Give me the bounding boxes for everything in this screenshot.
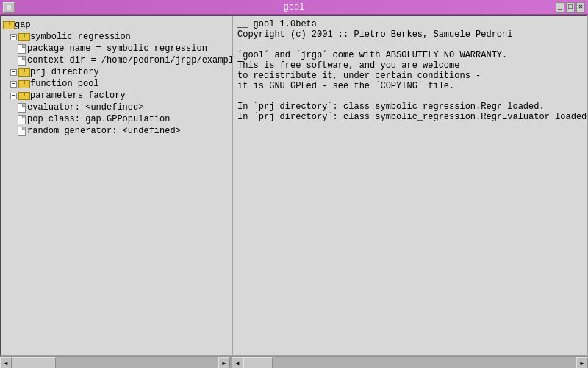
right-panel: __ gool 1.0beta Copyright (c) 2001 :: Pi… xyxy=(233,16,587,355)
expand-open-icon-fp: − xyxy=(10,81,17,88)
tree-label: random generator: <undefined> xyxy=(27,126,181,136)
tree-label: pop class: gap.GPPopulation xyxy=(27,114,170,124)
close-button[interactable]: ✕ xyxy=(576,2,585,13)
scroll-track-left xyxy=(12,357,218,368)
tree-item-evaluator[interactable]: evaluator: <undefined> xyxy=(3,102,230,113)
tree-label: parameters factory xyxy=(30,91,126,101)
minimize-button[interactable]: _ xyxy=(556,2,564,13)
scroll-track-right xyxy=(243,357,576,368)
title-bar-buttons: _ □ ✕ xyxy=(556,2,585,13)
main-container: gap − symbolic_regression package name =… xyxy=(0,15,588,356)
folder-open-icon xyxy=(3,21,13,29)
tree-label: function pool xyxy=(30,79,99,89)
tree-label: symbolic_regression xyxy=(30,32,131,42)
file-icon-pkg xyxy=(18,44,26,54)
tree-label: prj directory xyxy=(30,67,99,77)
tree-label: gap xyxy=(15,20,31,30)
file-icon-pop xyxy=(18,115,26,124)
file-icon-eval xyxy=(18,103,26,113)
scroll-right-btn2[interactable]: ▶ xyxy=(576,357,588,368)
tree-item-random-generator[interactable]: random generator: <undefined> xyxy=(3,125,230,137)
tree-label: package name = symbolic_regression xyxy=(27,43,207,54)
bottom-right-scroll: ◀ ▶ xyxy=(232,357,588,368)
tree-label: evaluator: <undefined> xyxy=(27,102,143,113)
tree-item-function-pool[interactable]: − function pool xyxy=(3,78,230,90)
file-icon-rng xyxy=(18,127,26,136)
bottom-bar: ◀ ▶ ◀ ▶ xyxy=(0,356,588,368)
folder-icon-sr xyxy=(18,33,29,41)
bottom-left-scroll: ◀ ▶ xyxy=(0,357,232,368)
scroll-left-btn2[interactable]: ◀ xyxy=(232,357,243,368)
tree-item-symbolic-regression[interactable]: − symbolic_regression xyxy=(3,31,230,43)
tree-item-package-name[interactable]: package name = symbolic_regression xyxy=(3,43,230,54)
title-bar: ▤ gool _ □ ✕ xyxy=(0,0,588,15)
scroll-thumb-left[interactable] xyxy=(12,357,56,368)
tree-item-context-dir[interactable]: context dir = /home/pedroni/jrgp/example… xyxy=(3,54,230,66)
expand-open-icon: − xyxy=(10,34,17,40)
expand-open-icon-pf: − xyxy=(10,93,17,99)
left-panel: gap − symbolic_regression package name =… xyxy=(1,16,233,355)
scroll-left-btn[interactable]: ◀ xyxy=(0,357,12,368)
folder-icon-prj xyxy=(18,68,29,77)
tree-label: context dir = /home/pedroni/jrgp/example… xyxy=(27,55,233,66)
expand-open-icon-prj: − xyxy=(10,69,17,76)
tree-item-prj-directory[interactable]: − prj directory xyxy=(3,66,230,78)
title-bar-title: gool xyxy=(32,2,556,13)
tree-item-pop-class[interactable]: pop class: gap.GPPopulation xyxy=(3,113,230,125)
tree-item-parameters-factory[interactable]: − parameters factory xyxy=(3,90,230,102)
system-menu-icon[interactable]: ▤ xyxy=(3,2,15,13)
file-icon-ctx xyxy=(18,56,26,66)
scroll-right-btn[interactable]: ▶ xyxy=(218,357,230,368)
folder-icon-pf xyxy=(18,92,29,100)
maximize-button[interactable]: □ xyxy=(566,2,575,13)
scroll-thumb-right[interactable] xyxy=(243,357,273,368)
title-bar-left: ▤ xyxy=(3,2,32,13)
folder-icon-fp xyxy=(18,80,29,88)
tree-item-gap[interactable]: gap xyxy=(3,19,230,31)
